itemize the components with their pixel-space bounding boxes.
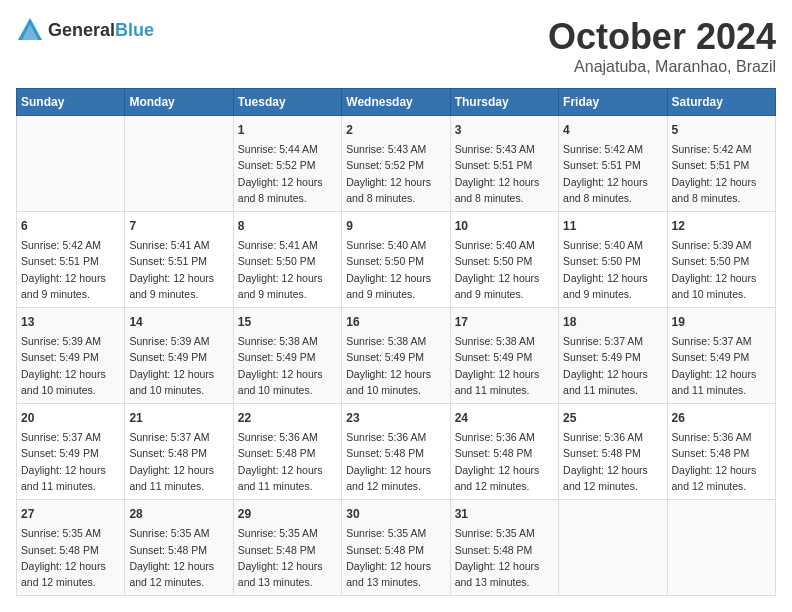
day-number: 1 bbox=[238, 121, 337, 139]
cell-content-line: Daylight: 12 hours bbox=[563, 174, 662, 190]
cell-content-line: Daylight: 12 hours bbox=[672, 462, 771, 478]
logo-icon bbox=[16, 16, 44, 44]
cell-content-line: Sunset: 5:51 PM bbox=[672, 157, 771, 173]
cell-content-line: and 11 minutes. bbox=[672, 382, 771, 398]
day-number: 14 bbox=[129, 313, 228, 331]
cell-content-line: Sunset: 5:51 PM bbox=[563, 157, 662, 173]
cell-content-line: Sunrise: 5:35 AM bbox=[238, 525, 337, 541]
cell-content-line: Daylight: 12 hours bbox=[563, 366, 662, 382]
cell-content-line: and 13 minutes. bbox=[455, 574, 554, 590]
cell-content-line: Daylight: 12 hours bbox=[346, 366, 445, 382]
page-title: October 2024 bbox=[548, 16, 776, 58]
cell-content-line: Daylight: 12 hours bbox=[346, 270, 445, 286]
cell-content-line: Sunrise: 5:36 AM bbox=[346, 429, 445, 445]
calendar-cell: 2Sunrise: 5:43 AMSunset: 5:52 PMDaylight… bbox=[342, 116, 450, 212]
cell-content-line: Daylight: 12 hours bbox=[129, 558, 228, 574]
calendar-cell: 4Sunrise: 5:42 AMSunset: 5:51 PMDaylight… bbox=[559, 116, 667, 212]
calendar-cell: 20Sunrise: 5:37 AMSunset: 5:49 PMDayligh… bbox=[17, 404, 125, 500]
cell-content-line: Sunrise: 5:37 AM bbox=[563, 333, 662, 349]
cell-content-line: Sunrise: 5:39 AM bbox=[129, 333, 228, 349]
calendar-cell: 11Sunrise: 5:40 AMSunset: 5:50 PMDayligh… bbox=[559, 212, 667, 308]
calendar-table: SundayMondayTuesdayWednesdayThursdayFrid… bbox=[16, 88, 776, 596]
calendar-cell: 30Sunrise: 5:35 AMSunset: 5:48 PMDayligh… bbox=[342, 500, 450, 596]
cell-content-line: Sunset: 5:50 PM bbox=[672, 253, 771, 269]
day-number: 8 bbox=[238, 217, 337, 235]
day-number: 2 bbox=[346, 121, 445, 139]
calendar-cell: 5Sunrise: 5:42 AMSunset: 5:51 PMDaylight… bbox=[667, 116, 775, 212]
cell-content-line: Sunrise: 5:39 AM bbox=[672, 237, 771, 253]
day-number: 16 bbox=[346, 313, 445, 331]
cell-content-line: Sunrise: 5:44 AM bbox=[238, 141, 337, 157]
calendar-cell: 15Sunrise: 5:38 AMSunset: 5:49 PMDayligh… bbox=[233, 308, 341, 404]
day-number: 29 bbox=[238, 505, 337, 523]
calendar-cell: 25Sunrise: 5:36 AMSunset: 5:48 PMDayligh… bbox=[559, 404, 667, 500]
cell-content-line: and 11 minutes. bbox=[455, 382, 554, 398]
day-number: 10 bbox=[455, 217, 554, 235]
cell-content-line: Sunrise: 5:38 AM bbox=[455, 333, 554, 349]
cell-content-line: and 8 minutes. bbox=[455, 190, 554, 206]
day-number: 5 bbox=[672, 121, 771, 139]
cell-content-line: and 9 minutes. bbox=[563, 286, 662, 302]
col-header-friday: Friday bbox=[559, 89, 667, 116]
day-number: 27 bbox=[21, 505, 120, 523]
calendar-cell: 24Sunrise: 5:36 AMSunset: 5:48 PMDayligh… bbox=[450, 404, 558, 500]
logo-general: General bbox=[48, 20, 115, 40]
cell-content-line: Sunset: 5:50 PM bbox=[455, 253, 554, 269]
calendar-cell: 3Sunrise: 5:43 AMSunset: 5:51 PMDaylight… bbox=[450, 116, 558, 212]
cell-content-line: Daylight: 12 hours bbox=[672, 174, 771, 190]
day-number: 18 bbox=[563, 313, 662, 331]
day-number: 23 bbox=[346, 409, 445, 427]
col-header-wednesday: Wednesday bbox=[342, 89, 450, 116]
cell-content-line: and 9 minutes. bbox=[455, 286, 554, 302]
day-number: 17 bbox=[455, 313, 554, 331]
cell-content-line: Sunrise: 5:40 AM bbox=[346, 237, 445, 253]
day-number: 11 bbox=[563, 217, 662, 235]
calendar-cell: 21Sunrise: 5:37 AMSunset: 5:48 PMDayligh… bbox=[125, 404, 233, 500]
calendar-cell: 10Sunrise: 5:40 AMSunset: 5:50 PMDayligh… bbox=[450, 212, 558, 308]
logo-text: GeneralBlue bbox=[48, 20, 154, 41]
cell-content-line: Sunrise: 5:36 AM bbox=[455, 429, 554, 445]
day-number: 7 bbox=[129, 217, 228, 235]
cell-content-line: and 12 minutes. bbox=[129, 574, 228, 590]
cell-content-line: Sunrise: 5:35 AM bbox=[455, 525, 554, 541]
day-number: 20 bbox=[21, 409, 120, 427]
cell-content-line: Sunset: 5:48 PM bbox=[672, 445, 771, 461]
calendar-cell: 29Sunrise: 5:35 AMSunset: 5:48 PMDayligh… bbox=[233, 500, 341, 596]
cell-content-line: and 13 minutes. bbox=[346, 574, 445, 590]
col-header-saturday: Saturday bbox=[667, 89, 775, 116]
calendar-cell: 27Sunrise: 5:35 AMSunset: 5:48 PMDayligh… bbox=[17, 500, 125, 596]
calendar-cell: 8Sunrise: 5:41 AMSunset: 5:50 PMDaylight… bbox=[233, 212, 341, 308]
col-header-sunday: Sunday bbox=[17, 89, 125, 116]
cell-content-line: Sunset: 5:49 PM bbox=[21, 445, 120, 461]
cell-content-line: Sunrise: 5:37 AM bbox=[21, 429, 120, 445]
col-header-monday: Monday bbox=[125, 89, 233, 116]
cell-content-line: Daylight: 12 hours bbox=[21, 270, 120, 286]
cell-content-line: and 11 minutes. bbox=[21, 478, 120, 494]
day-number: 30 bbox=[346, 505, 445, 523]
cell-content-line: and 8 minutes. bbox=[346, 190, 445, 206]
cell-content-line: Sunset: 5:51 PM bbox=[21, 253, 120, 269]
calendar-cell: 23Sunrise: 5:36 AMSunset: 5:48 PMDayligh… bbox=[342, 404, 450, 500]
calendar-cell bbox=[667, 500, 775, 596]
cell-content-line: Sunset: 5:50 PM bbox=[563, 253, 662, 269]
calendar-cell bbox=[17, 116, 125, 212]
cell-content-line: and 8 minutes. bbox=[563, 190, 662, 206]
calendar-cell: 26Sunrise: 5:36 AMSunset: 5:48 PMDayligh… bbox=[667, 404, 775, 500]
cell-content-line: Sunrise: 5:42 AM bbox=[672, 141, 771, 157]
cell-content-line: Sunrise: 5:39 AM bbox=[21, 333, 120, 349]
day-number: 13 bbox=[21, 313, 120, 331]
cell-content-line: Sunset: 5:48 PM bbox=[346, 445, 445, 461]
cell-content-line: and 9 minutes. bbox=[21, 286, 120, 302]
calendar-cell: 22Sunrise: 5:36 AMSunset: 5:48 PMDayligh… bbox=[233, 404, 341, 500]
cell-content-line: Daylight: 12 hours bbox=[21, 462, 120, 478]
calendar-header-row: SundayMondayTuesdayWednesdayThursdayFrid… bbox=[17, 89, 776, 116]
cell-content-line: Daylight: 12 hours bbox=[346, 558, 445, 574]
cell-content-line: Sunrise: 5:43 AM bbox=[346, 141, 445, 157]
day-number: 26 bbox=[672, 409, 771, 427]
cell-content-line: Daylight: 12 hours bbox=[672, 366, 771, 382]
calendar-cell: 28Sunrise: 5:35 AMSunset: 5:48 PMDayligh… bbox=[125, 500, 233, 596]
calendar-cell: 6Sunrise: 5:42 AMSunset: 5:51 PMDaylight… bbox=[17, 212, 125, 308]
cell-content-line: Sunrise: 5:38 AM bbox=[346, 333, 445, 349]
cell-content-line: and 11 minutes. bbox=[238, 478, 337, 494]
cell-content-line: Sunrise: 5:38 AM bbox=[238, 333, 337, 349]
